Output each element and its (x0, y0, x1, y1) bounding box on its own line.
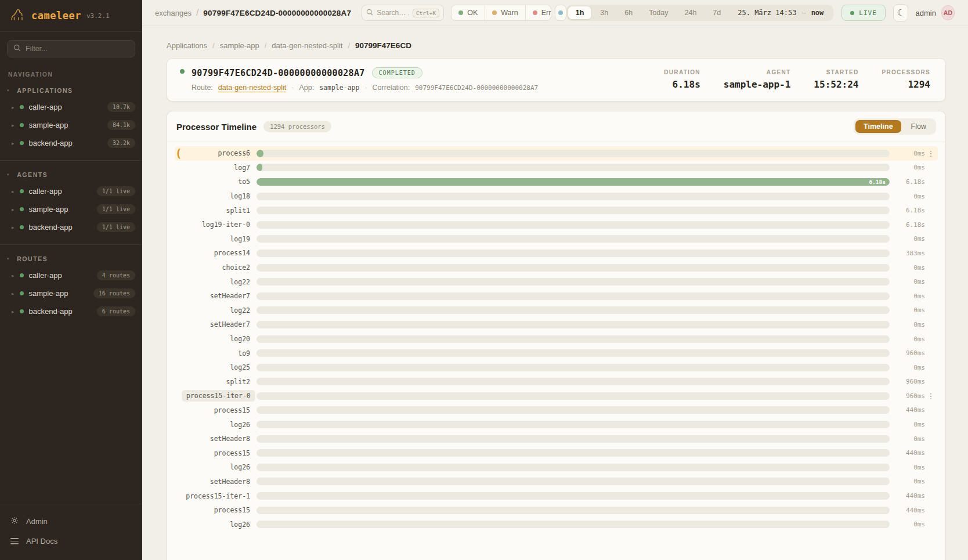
section-header-agents[interactable]: ▾AGENTS (0, 168, 142, 182)
range-button-24h[interactable]: 24h (677, 6, 704, 19)
kebab-menu-icon[interactable]: ⋮ (925, 392, 937, 400)
sidebar-item-backend-app[interactable]: ▸backend-app1/1 live (0, 218, 142, 236)
sidebar-item-sample-app[interactable]: ▸sample-app84.1k (0, 116, 142, 134)
status-filter-warn[interactable]: Warn (485, 5, 525, 20)
timeline-row[interactable]: log200ms⋮ (175, 332, 938, 346)
timeline-row[interactable]: log260ms⋮ (175, 417, 938, 432)
range-button-today[interactable]: Today (641, 6, 676, 19)
sidebar-item-backend-app[interactable]: ▸backend-app32.2k (0, 134, 142, 152)
timeline-row[interactable]: choice20ms⋮ (175, 261, 938, 275)
processor-label: setHeader7 (182, 292, 250, 300)
timeline-row[interactable]: process15-iter-0960ms⋮ (175, 389, 938, 403)
date-range-display[interactable]: 25. März 14:53 — now (728, 9, 832, 17)
duration-value: 0ms (896, 464, 925, 471)
kebab-menu-icon[interactable]: ⋮ (925, 149, 937, 158)
chevron-right-icon: ▸ (12, 273, 15, 279)
timeline-row[interactable]: log250ms⋮ (175, 360, 938, 375)
range-button-3h[interactable]: 3h (593, 6, 616, 19)
section-header-routes[interactable]: ▾ROUTES (0, 252, 142, 266)
timeline-row[interactable]: setHeader70ms⋮ (175, 289, 938, 304)
sidebar-item-caller-app[interactable]: ▸caller-app10.7k (0, 98, 142, 116)
brand-header[interactable]: cameleer v3.2.1 (0, 0, 142, 32)
duration-track (257, 421, 890, 428)
status-dot-icon (533, 10, 537, 15)
filter-input[interactable] (26, 45, 129, 53)
timeline-row[interactable]: log260ms⋮ (175, 517, 938, 532)
timeline-row[interactable]: to56.18s6.18s⋮ (175, 175, 938, 189)
duration-track (257, 193, 890, 200)
timeline-row[interactable]: log180ms⋮ (175, 189, 938, 204)
timeline-row[interactable]: to9960ms⋮ (175, 346, 938, 360)
timeline-row[interactable]: log19-iter-06.18s⋮ (175, 218, 938, 232)
duration-value: 0ms (896, 292, 925, 300)
breadcrumb-route[interactable]: data-gen-nested-split (272, 41, 342, 50)
exchange-stats: DURATION6.18sAGENTsample-app-1STARTED15:… (664, 69, 930, 90)
route-link[interactable]: data-gen-nested-split (218, 84, 286, 92)
correlation-id: 90799F47E6CD24D-00000000000028A7 (415, 84, 538, 92)
section-label: APPLICATIONS (17, 87, 73, 94)
breadcrumb-applications[interactable]: Applications (167, 41, 207, 50)
status-filter-label: OK (467, 9, 478, 17)
sidebar-filter[interactable] (7, 40, 135, 57)
status-filter-ok[interactable]: OK (452, 5, 485, 20)
sidebar-item-api-docs[interactable]: API Docs (0, 532, 142, 551)
breadcrumb-app[interactable]: sample-app (220, 41, 259, 50)
processor-label: process15 (182, 506, 250, 514)
tab-timeline[interactable]: Timeline (855, 120, 901, 133)
item-count-badge: 1/1 live (97, 186, 135, 196)
section-header-applications[interactable]: ▾APPLICATIONS (0, 84, 142, 98)
date-range-dash: — (801, 9, 806, 17)
timeline-row[interactable]: split16.18s⋮ (175, 203, 938, 218)
sidebar-item-sample-app[interactable]: ▸sample-app16 routes (0, 284, 142, 302)
avatar[interactable]: AD (941, 5, 955, 20)
chevron-down-icon: ▾ (7, 256, 10, 261)
range-button-7d[interactable]: 7d (705, 6, 728, 19)
timeline-row[interactable]: setHeader70ms⋮ (175, 317, 938, 332)
topbar: exchanges / 90799F47E6CD24D-000000000000… (142, 0, 968, 26)
tab-flow[interactable]: Flow (903, 120, 934, 133)
app-label: App: (299, 84, 314, 92)
processor-label: log19-iter-0 (182, 221, 250, 229)
live-toggle[interactable]: LIVE (841, 5, 886, 21)
status-filter-error[interactable]: Error (525, 5, 551, 20)
moon-icon: ☾ (897, 8, 904, 18)
timeline-row[interactable]: process14383ms⋮ (175, 246, 938, 261)
duration-track (257, 221, 890, 229)
sidebar-section-agents: ▾AGENTS▸caller-app1/1 live▸sample-app1/1… (0, 160, 142, 241)
timeline-row[interactable]: log260ms⋮ (175, 460, 938, 475)
chevron-down-icon: ▾ (7, 88, 10, 93)
status-filter-extra[interactable] (555, 5, 566, 21)
timeline-row[interactable]: process15-iter-1440ms⋮ (175, 489, 938, 503)
status-dot-icon (20, 309, 24, 313)
timeline-row[interactable]: log220ms⋮ (175, 274, 938, 289)
duration-bar: 6.18s (257, 178, 890, 186)
sidebar-item-backend-app[interactable]: ▸backend-app6 routes (0, 302, 142, 320)
chevron-right-icon: ▸ (12, 122, 15, 128)
sidebar-item-label: API Docs (26, 537, 57, 545)
timeline-row[interactable]: setHeader80ms⋮ (175, 475, 938, 489)
sidebar-item-caller-app[interactable]: ▸caller-app1/1 live (0, 182, 142, 200)
range-button-1h[interactable]: 1h (568, 6, 592, 19)
processor-label: process6 (182, 149, 250, 157)
global-search[interactable]: Search… … Ctrl+K (362, 5, 444, 21)
timeline-row[interactable]: process15440ms⋮ (175, 403, 938, 418)
timeline-row[interactable]: log190ms⋮ (175, 232, 938, 247)
timeline-row[interactable]: split2960ms⋮ (175, 375, 938, 389)
duration-value: 960ms (896, 392, 925, 400)
timeline-row[interactable]: (process60ms⋮ (175, 146, 938, 161)
timeline-row[interactable]: log70ms⋮ (175, 161, 938, 175)
timeline-row[interactable]: process15440ms⋮ (175, 446, 938, 460)
status-dot-icon (20, 207, 24, 211)
timeline-row[interactable]: setHeader80ms⋮ (175, 432, 938, 446)
range-button-6h[interactable]: 6h (617, 6, 640, 19)
breadcrumb-section[interactable]: exchanges (155, 9, 192, 17)
sidebar-item-admin[interactable]: Admin (0, 511, 142, 532)
sidebar-item-caller-app[interactable]: ▸caller-app4 routes (0, 266, 142, 284)
processor-label: setHeader8 (182, 435, 250, 443)
theme-toggle-button[interactable]: ☾ (893, 4, 909, 21)
timeline-row[interactable]: process15440ms⋮ (175, 503, 938, 518)
duration-value: 0ms (896, 335, 925, 343)
duration-track (257, 449, 890, 457)
sidebar-item-sample-app[interactable]: ▸sample-app1/1 live (0, 200, 142, 218)
timeline-row[interactable]: log220ms⋮ (175, 304, 938, 318)
